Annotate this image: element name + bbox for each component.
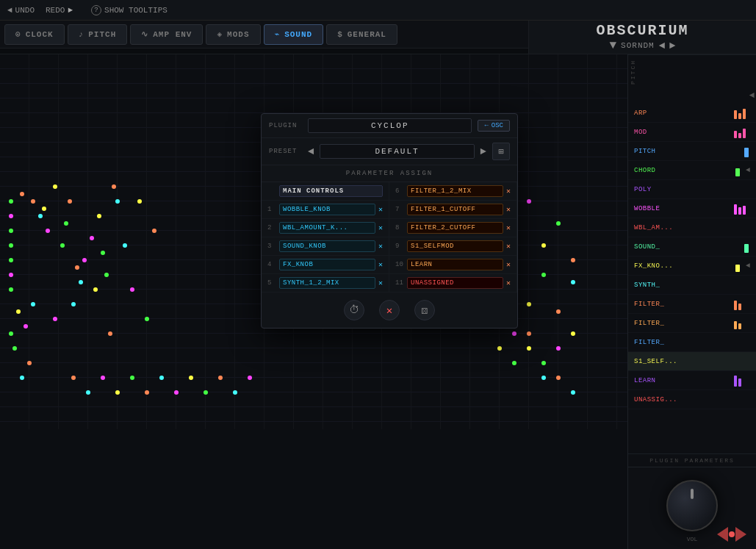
svg-point-8 <box>20 192 24 196</box>
svg-point-21 <box>38 214 43 218</box>
preset-next-icon[interactable]: ► <box>669 40 675 51</box>
mod-bar-icon <box>734 126 750 138</box>
fx-collapse-icon[interactable]: ◄ <box>746 262 750 270</box>
assign-item-main[interactable]: MAIN CONTROLS <box>262 182 389 201</box>
svg-point-49 <box>527 302 531 306</box>
assign-x-7[interactable]: ✕ <box>506 205 511 214</box>
assign-item-10[interactable]: 10 LEARN ✕ <box>389 256 517 274</box>
chord-bar-icon <box>735 165 741 176</box>
assign-name-2: WBL_AMOUNT_K... <box>279 222 375 234</box>
title-area: OBSCURIUM ▼ SORNDM ◄ ► <box>528 21 756 54</box>
assign-x-9[interactable]: ✕ <box>506 242 511 251</box>
assign-item-3[interactable]: 3 SOUND_KNOB ✕ <box>262 237 389 256</box>
undo-button[interactable]: ◄ UNDO <box>7 6 35 15</box>
param-learn[interactable]: LEARN <box>628 371 756 390</box>
assign-x-2[interactable]: ✕ <box>378 223 383 232</box>
tab-sound[interactable]: ⌁ SOUND <box>264 24 324 45</box>
param-mod[interactable]: MOD <box>628 123 756 142</box>
piano-roll[interactable]: PLUGIN CYCLOP ← OSC PRESET ◄ DEFAULT ► ⊞… <box>0 54 627 549</box>
assign-item-2[interactable]: 2 WBL_AMOUNT_K... ✕ <box>262 219 389 237</box>
svg-point-67 <box>115 390 120 395</box>
tab-ampenv-label: AMP ENV <box>153 30 192 39</box>
svg-point-0 <box>9 199 13 204</box>
assign-item-6[interactable]: 6 FILTER_1_2_MIX ✕ <box>389 182 517 201</box>
unassigned-label: UNASSIG... <box>634 396 750 403</box>
svg-point-72 <box>189 376 193 380</box>
svg-rect-79 <box>743 109 746 119</box>
plugin-row: PLUGIN CYCLOP ← OSC <box>262 114 517 138</box>
param-arp[interactable]: ARP <box>628 104 756 123</box>
param-sound[interactable]: SOUND_ <box>628 237 756 256</box>
tab-mods[interactable]: ◈ MODS <box>206 24 260 45</box>
pitch-bar-icon <box>744 146 750 157</box>
assign-x-5[interactable]: ✕ <box>378 279 383 287</box>
svg-point-35 <box>152 229 156 233</box>
param-pitch[interactable]: PITCH <box>628 142 756 161</box>
param-filter1[interactable]: FILTER_ <box>628 295 756 314</box>
sidebar-collapse-icon[interactable]: ◄ <box>749 90 755 101</box>
preset-next-arrow[interactable]: ► <box>480 146 486 157</box>
osc-button[interactable]: ← OSC <box>478 120 510 132</box>
svg-point-59 <box>512 361 516 365</box>
svg-point-73 <box>204 390 208 395</box>
tab-ampenv[interactable]: ∿ AMP ENV <box>130 24 203 45</box>
chord-expand-icon[interactable]: ◄ <box>746 166 750 174</box>
assign-x-8[interactable]: ✕ <box>506 223 511 232</box>
tab-pitch[interactable]: ♪ PITCH <box>68 24 128 45</box>
assign-item-1[interactable]: 1 WOBBLE_KNOB ✕ <box>262 201 389 219</box>
assign-x-10[interactable]: ✕ <box>506 260 511 269</box>
params-list: ARP MOD PITCH CHORD ◄ POLY WOBBLE <box>628 102 756 453</box>
main-knob[interactable] <box>666 480 718 531</box>
assign-item-9[interactable]: 9 S1_SELFMOD ✕ <box>389 237 517 256</box>
assign-x-6[interactable]: ✕ <box>506 187 511 195</box>
assign-item-8[interactable]: 8 FILTER_2_CUTOFF ✕ <box>389 219 517 237</box>
param-filter2[interactable]: FILTER_ <box>628 314 756 333</box>
svg-point-10 <box>42 207 46 211</box>
assign-item-11[interactable]: 11 UNASSIGNED ✕ <box>389 274 517 293</box>
assign-item-7[interactable]: 7 FILTER_1_CUTOFF ✕ <box>389 201 517 219</box>
assign-x-11[interactable]: ✕ <box>506 279 511 287</box>
assign-x-3[interactable]: ✕ <box>378 242 383 251</box>
preset-prev-icon[interactable]: ◄ <box>659 40 665 51</box>
svg-point-17 <box>101 251 105 255</box>
tooltips-button[interactable]: ? SHOW TOOLTIPS <box>91 5 168 15</box>
redo-button[interactable]: REDO ► <box>46 6 73 15</box>
assign-item-4[interactable]: 4 FX_KNOB ✕ <box>262 256 389 274</box>
app-title: OBSCURIUM <box>596 22 688 39</box>
nav-tabs: ⊙ CLOCK ♪ PITCH ∿ AMP ENV ◈ MODS ⌁ SOUND… <box>0 21 528 49</box>
param-unassigned[interactable]: UNASSIG... <box>628 390 756 409</box>
param-fx[interactable]: FX_KNO... ◄ <box>628 256 756 276</box>
preset-label: PRESET <box>269 148 302 155</box>
param-wbl[interactable]: WBL_AM... <box>628 218 756 237</box>
svg-point-55 <box>541 361 546 365</box>
param-filter3[interactable]: FILTER_ <box>628 333 756 352</box>
param-s1[interactable]: S1_SELF... <box>628 352 756 371</box>
svg-point-71 <box>174 390 179 395</box>
param-chord[interactable]: CHORD ◄ <box>628 161 756 180</box>
grid-button[interactable]: ⊞ <box>492 143 510 160</box>
param-synth[interactable]: SYNTH_ <box>628 276 756 295</box>
redo-arrow-icon: ► <box>68 6 73 15</box>
sound-icon: ⌁ <box>275 29 281 39</box>
pitch-sidebar-label: PITCH <box>628 54 756 89</box>
svg-point-52 <box>571 280 575 284</box>
main-layout: PLUGIN CYCLOP ← OSC PRESET ◄ DEFAULT ► ⊞… <box>0 54 756 549</box>
tab-clock[interactable]: ⊙ CLOCK <box>4 24 65 45</box>
osc-label: OSC <box>492 122 503 129</box>
preset-row: PRESET ◄ DEFAULT ► ⊞ <box>262 138 517 165</box>
svg-rect-92 <box>734 321 737 329</box>
preset-down-icon[interactable]: ▼ <box>609 39 616 52</box>
param-wobble[interactable]: WOBBLE <box>628 199 756 218</box>
svg-point-14 <box>79 280 83 284</box>
close-dialog-button[interactable]: ✕ <box>379 300 400 320</box>
tab-general[interactable]: $ GENERAL <box>326 24 397 45</box>
tab-clock-label: CLOCK <box>26 30 54 39</box>
assign-x-4[interactable]: ✕ <box>378 260 383 269</box>
right-sidebar: PITCH ◄ ARP MOD PITCH CHORD ◄ <box>627 54 756 549</box>
assign-x-1[interactable]: ✕ <box>378 205 383 214</box>
param-poly[interactable]: POLY <box>628 180 756 199</box>
history-button[interactable]: ⏱ <box>344 300 364 320</box>
assign-item-5[interactable]: 5 SYNTH_1_2_MIX ✕ <box>262 274 389 293</box>
preset-prev-arrow[interactable]: ◄ <box>308 146 314 157</box>
randomize-button[interactable]: ⚄ <box>414 300 435 320</box>
